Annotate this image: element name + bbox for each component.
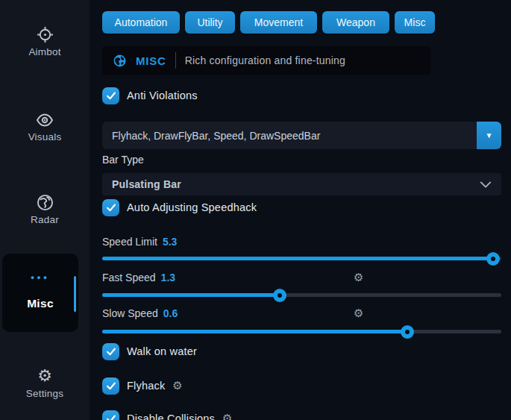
- disable-collisions-checkbox[interactable]: [102, 410, 119, 420]
- anti-violations-row: Anti Violations: [102, 87, 501, 104]
- walk-on-water-checkbox[interactable]: [102, 343, 119, 360]
- slider-value: 1.3: [161, 272, 175, 283]
- checkbox-label: Disable Collisions: [127, 413, 215, 420]
- slider-label: Fast Speed: [102, 272, 156, 283]
- slider-value: 0.6: [163, 307, 178, 319]
- slider-value: 5.3: [163, 236, 177, 248]
- sidebar: Aimbot Visuals Radar: [0, 0, 90, 420]
- slider-label: Slow Speed: [102, 307, 158, 319]
- gear-icon[interactable]: ⚙: [172, 379, 182, 392]
- globe-icon: [113, 54, 127, 68]
- checkbox-label: Anti Violations: [127, 90, 198, 101]
- tab-movement[interactable]: Movement: [240, 11, 317, 34]
- multiselect-value: Flyhack, DrawFlyBar, Speed, DrawSpeedBar: [102, 130, 477, 142]
- check-icon: [106, 202, 116, 213]
- slider-handle[interactable]: [401, 325, 414, 339]
- checkbox-label: Auto Adjusting Speedhack: [127, 201, 257, 213]
- auto-adjusting-row: Auto Adjusting Speedhack: [102, 198, 501, 216]
- globe-icon: [0, 193, 90, 211]
- check-icon: [106, 90, 116, 101]
- main-panel: Automation Utility Movement Weapon Misc …: [90, 0, 511, 420]
- triangle-down-icon: ▼: [486, 131, 493, 140]
- fast-speed-slider[interactable]: [102, 289, 501, 302]
- tab-automation[interactable]: Automation: [102, 11, 180, 34]
- banner-divider: [175, 52, 176, 69]
- flyhack-row: Flyhack ⚙: [102, 377, 501, 395]
- slider-label: Speed Limit: [102, 236, 157, 248]
- tab-bar: Automation Utility Movement Weapon Misc: [102, 11, 501, 34]
- check-icon: [106, 380, 116, 391]
- gear-icon: ⚙: [0, 367, 90, 385]
- sidebar-item-radar[interactable]: Radar: [0, 193, 90, 225]
- gear-icon[interactable]: ⚙: [354, 307, 363, 320]
- chevron-down-icon: [480, 180, 492, 189]
- slow-speed-slider[interactable]: [102, 325, 501, 339]
- slider-fill: [102, 257, 493, 260]
- sidebar-item-label: Aimbot: [0, 46, 90, 57]
- tab-weapon[interactable]: Weapon: [322, 11, 389, 34]
- section-subtitle: Rich configuration and fine-tuning: [185, 54, 345, 66]
- cheat-menu-window: Aimbot Visuals Radar: [0, 0, 511, 420]
- sidebar-item-label: Misc: [2, 297, 78, 310]
- slider-fill: [102, 330, 407, 333]
- dropdown-value: Pulsating Bar: [112, 178, 480, 190]
- tab-misc[interactable]: Misc: [395, 11, 435, 34]
- slider-fill: [102, 293, 280, 297]
- bar-type-dropdown[interactable]: Pulsating Bar: [102, 173, 501, 195]
- active-indicator-bar: [74, 276, 76, 312]
- eye-icon: [0, 110, 90, 128]
- tab-utility[interactable]: Utility: [185, 11, 235, 34]
- slider-handle[interactable]: [273, 289, 286, 302]
- sidebar-item-label: Radar: [0, 214, 90, 225]
- multiselect-open-button[interactable]: ▼: [477, 122, 501, 149]
- bar-multiselect[interactable]: Flyhack, DrawFlyBar, Speed, DrawSpeedBar…: [102, 122, 501, 149]
- fast-speed-label-row: Fast Speed 1.3 ⚙: [102, 270, 501, 285]
- sidebar-item-misc-selected[interactable]: ••• Misc: [2, 254, 78, 332]
- gear-icon[interactable]: ⚙: [354, 271, 363, 284]
- check-icon: [106, 346, 116, 357]
- disable-collisions-row: Disable Collisions ⚙: [102, 410, 501, 420]
- sidebar-item-label: Settings: [0, 388, 90, 399]
- sidebar-item-label: Visuals: [0, 131, 90, 142]
- sidebar-item-settings[interactable]: ⚙ Settings: [0, 367, 90, 399]
- slider-handle[interactable]: [486, 252, 500, 266]
- gear-icon[interactable]: ⚙: [222, 412, 232, 420]
- section-title: MISC: [136, 54, 166, 67]
- bar-type-label: Bar Type: [102, 154, 501, 166]
- speed-limit-label-row: Speed Limit 5.3: [102, 234, 501, 249]
- section-banner: MISC Rich configuration and fine-tuning: [102, 46, 430, 75]
- sidebar-item-aimbot[interactable]: Aimbot: [0, 25, 90, 57]
- checkbox-label: Flyhack: [127, 380, 165, 392]
- crosshair-icon: [0, 25, 90, 43]
- flyhack-checkbox[interactable]: [102, 377, 119, 395]
- slow-speed-label-row: Slow Speed 0.6 ⚙: [102, 306, 501, 321]
- sidebar-item-visuals[interactable]: Visuals: [0, 110, 90, 142]
- check-icon: [106, 413, 116, 420]
- checkbox-label: Walk on water: [127, 345, 197, 357]
- anti-violations-checkbox[interactable]: [102, 87, 119, 104]
- speed-limit-slider[interactable]: [102, 252, 501, 266]
- auto-adjusting-checkbox[interactable]: [102, 199, 119, 216]
- ellipsis-icon: •••: [2, 272, 78, 283]
- walk-on-water-row: Walk on water: [102, 342, 501, 360]
